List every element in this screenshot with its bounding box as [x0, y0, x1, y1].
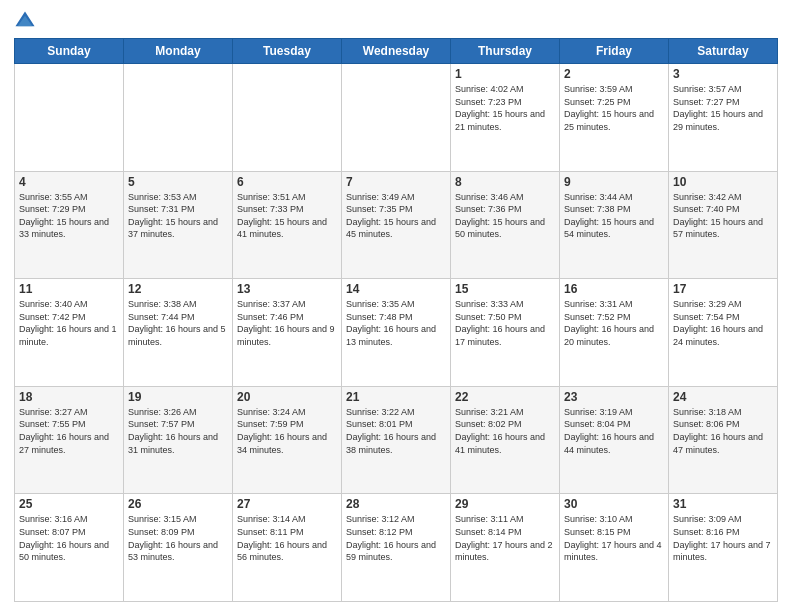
day-number: 3	[673, 67, 773, 81]
day-info: Sunrise: 3:24 AM Sunset: 7:59 PM Dayligh…	[237, 406, 337, 456]
calendar-cell	[233, 64, 342, 172]
calendar-week-row: 18Sunrise: 3:27 AM Sunset: 7:55 PM Dayli…	[15, 386, 778, 494]
calendar-week-row: 4Sunrise: 3:55 AM Sunset: 7:29 PM Daylig…	[15, 171, 778, 279]
day-info: Sunrise: 3:49 AM Sunset: 7:35 PM Dayligh…	[346, 191, 446, 241]
calendar-week-row: 11Sunrise: 3:40 AM Sunset: 7:42 PM Dayli…	[15, 279, 778, 387]
calendar-day-header: Thursday	[451, 39, 560, 64]
day-info: Sunrise: 3:51 AM Sunset: 7:33 PM Dayligh…	[237, 191, 337, 241]
calendar-cell: 3Sunrise: 3:57 AM Sunset: 7:27 PM Daylig…	[669, 64, 778, 172]
day-info: Sunrise: 3:57 AM Sunset: 7:27 PM Dayligh…	[673, 83, 773, 133]
day-number: 14	[346, 282, 446, 296]
calendar-cell: 2Sunrise: 3:59 AM Sunset: 7:25 PM Daylig…	[560, 64, 669, 172]
calendar-cell: 21Sunrise: 3:22 AM Sunset: 8:01 PM Dayli…	[342, 386, 451, 494]
calendar-cell: 7Sunrise: 3:49 AM Sunset: 7:35 PM Daylig…	[342, 171, 451, 279]
day-number: 20	[237, 390, 337, 404]
day-number: 5	[128, 175, 228, 189]
day-number: 8	[455, 175, 555, 189]
calendar-cell: 16Sunrise: 3:31 AM Sunset: 7:52 PM Dayli…	[560, 279, 669, 387]
calendar-cell: 30Sunrise: 3:10 AM Sunset: 8:15 PM Dayli…	[560, 494, 669, 602]
logo	[14, 10, 40, 32]
calendar-day-header: Saturday	[669, 39, 778, 64]
day-info: Sunrise: 3:10 AM Sunset: 8:15 PM Dayligh…	[564, 513, 664, 563]
day-number: 31	[673, 497, 773, 511]
day-info: Sunrise: 4:02 AM Sunset: 7:23 PM Dayligh…	[455, 83, 555, 133]
day-number: 28	[346, 497, 446, 511]
calendar-day-header: Friday	[560, 39, 669, 64]
calendar-cell: 27Sunrise: 3:14 AM Sunset: 8:11 PM Dayli…	[233, 494, 342, 602]
day-number: 22	[455, 390, 555, 404]
day-number: 13	[237, 282, 337, 296]
calendar-cell: 11Sunrise: 3:40 AM Sunset: 7:42 PM Dayli…	[15, 279, 124, 387]
day-info: Sunrise: 3:42 AM Sunset: 7:40 PM Dayligh…	[673, 191, 773, 241]
calendar-cell: 15Sunrise: 3:33 AM Sunset: 7:50 PM Dayli…	[451, 279, 560, 387]
calendar-day-header: Tuesday	[233, 39, 342, 64]
day-info: Sunrise: 3:26 AM Sunset: 7:57 PM Dayligh…	[128, 406, 228, 456]
day-info: Sunrise: 3:31 AM Sunset: 7:52 PM Dayligh…	[564, 298, 664, 348]
day-number: 6	[237, 175, 337, 189]
day-info: Sunrise: 3:46 AM Sunset: 7:36 PM Dayligh…	[455, 191, 555, 241]
calendar-week-row: 25Sunrise: 3:16 AM Sunset: 8:07 PM Dayli…	[15, 494, 778, 602]
calendar-cell: 23Sunrise: 3:19 AM Sunset: 8:04 PM Dayli…	[560, 386, 669, 494]
calendar-cell: 5Sunrise: 3:53 AM Sunset: 7:31 PM Daylig…	[124, 171, 233, 279]
day-number: 29	[455, 497, 555, 511]
header	[14, 10, 778, 32]
logo-icon	[14, 10, 36, 32]
calendar-cell: 10Sunrise: 3:42 AM Sunset: 7:40 PM Dayli…	[669, 171, 778, 279]
day-number: 23	[564, 390, 664, 404]
day-number: 12	[128, 282, 228, 296]
day-info: Sunrise: 3:37 AM Sunset: 7:46 PM Dayligh…	[237, 298, 337, 348]
calendar-cell: 17Sunrise: 3:29 AM Sunset: 7:54 PM Dayli…	[669, 279, 778, 387]
calendar-cell: 1Sunrise: 4:02 AM Sunset: 7:23 PM Daylig…	[451, 64, 560, 172]
calendar-day-header: Wednesday	[342, 39, 451, 64]
calendar-cell: 26Sunrise: 3:15 AM Sunset: 8:09 PM Dayli…	[124, 494, 233, 602]
day-info: Sunrise: 3:40 AM Sunset: 7:42 PM Dayligh…	[19, 298, 119, 348]
calendar-cell: 6Sunrise: 3:51 AM Sunset: 7:33 PM Daylig…	[233, 171, 342, 279]
day-number: 19	[128, 390, 228, 404]
day-info: Sunrise: 3:35 AM Sunset: 7:48 PM Dayligh…	[346, 298, 446, 348]
day-info: Sunrise: 3:19 AM Sunset: 8:04 PM Dayligh…	[564, 406, 664, 456]
calendar-day-header: Sunday	[15, 39, 124, 64]
calendar-cell: 31Sunrise: 3:09 AM Sunset: 8:16 PM Dayli…	[669, 494, 778, 602]
day-number: 11	[19, 282, 119, 296]
calendar-table: SundayMondayTuesdayWednesdayThursdayFrid…	[14, 38, 778, 602]
calendar-cell: 13Sunrise: 3:37 AM Sunset: 7:46 PM Dayli…	[233, 279, 342, 387]
day-number: 24	[673, 390, 773, 404]
calendar-cell: 8Sunrise: 3:46 AM Sunset: 7:36 PM Daylig…	[451, 171, 560, 279]
day-number: 9	[564, 175, 664, 189]
calendar-cell	[124, 64, 233, 172]
day-number: 15	[455, 282, 555, 296]
calendar-cell: 29Sunrise: 3:11 AM Sunset: 8:14 PM Dayli…	[451, 494, 560, 602]
calendar-cell: 22Sunrise: 3:21 AM Sunset: 8:02 PM Dayli…	[451, 386, 560, 494]
page: SundayMondayTuesdayWednesdayThursdayFrid…	[0, 0, 792, 612]
day-number: 25	[19, 497, 119, 511]
day-info: Sunrise: 3:09 AM Sunset: 8:16 PM Dayligh…	[673, 513, 773, 563]
calendar-header-row: SundayMondayTuesdayWednesdayThursdayFrid…	[15, 39, 778, 64]
calendar-week-row: 1Sunrise: 4:02 AM Sunset: 7:23 PM Daylig…	[15, 64, 778, 172]
day-number: 26	[128, 497, 228, 511]
day-info: Sunrise: 3:53 AM Sunset: 7:31 PM Dayligh…	[128, 191, 228, 241]
day-number: 1	[455, 67, 555, 81]
day-number: 30	[564, 497, 664, 511]
day-info: Sunrise: 3:11 AM Sunset: 8:14 PM Dayligh…	[455, 513, 555, 563]
day-number: 17	[673, 282, 773, 296]
day-info: Sunrise: 3:38 AM Sunset: 7:44 PM Dayligh…	[128, 298, 228, 348]
day-info: Sunrise: 3:29 AM Sunset: 7:54 PM Dayligh…	[673, 298, 773, 348]
day-number: 18	[19, 390, 119, 404]
day-info: Sunrise: 3:22 AM Sunset: 8:01 PM Dayligh…	[346, 406, 446, 456]
day-number: 16	[564, 282, 664, 296]
day-info: Sunrise: 3:15 AM Sunset: 8:09 PM Dayligh…	[128, 513, 228, 563]
calendar-cell: 18Sunrise: 3:27 AM Sunset: 7:55 PM Dayli…	[15, 386, 124, 494]
calendar-cell: 14Sunrise: 3:35 AM Sunset: 7:48 PM Dayli…	[342, 279, 451, 387]
day-number: 21	[346, 390, 446, 404]
day-info: Sunrise: 3:21 AM Sunset: 8:02 PM Dayligh…	[455, 406, 555, 456]
day-number: 2	[564, 67, 664, 81]
calendar-cell: 12Sunrise: 3:38 AM Sunset: 7:44 PM Dayli…	[124, 279, 233, 387]
day-info: Sunrise: 3:33 AM Sunset: 7:50 PM Dayligh…	[455, 298, 555, 348]
calendar-cell	[342, 64, 451, 172]
day-info: Sunrise: 3:14 AM Sunset: 8:11 PM Dayligh…	[237, 513, 337, 563]
calendar-cell: 19Sunrise: 3:26 AM Sunset: 7:57 PM Dayli…	[124, 386, 233, 494]
day-info: Sunrise: 3:18 AM Sunset: 8:06 PM Dayligh…	[673, 406, 773, 456]
calendar-cell: 4Sunrise: 3:55 AM Sunset: 7:29 PM Daylig…	[15, 171, 124, 279]
day-number: 7	[346, 175, 446, 189]
calendar-cell: 28Sunrise: 3:12 AM Sunset: 8:12 PM Dayli…	[342, 494, 451, 602]
